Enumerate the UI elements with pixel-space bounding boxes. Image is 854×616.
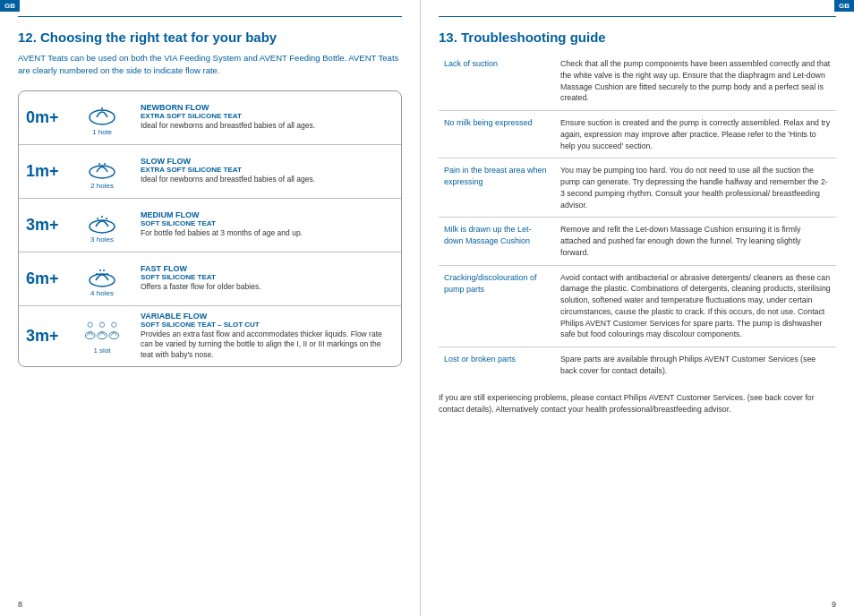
trouble-solution-4: Avoid contact with antibacterial or abra… [555,265,836,347]
section-intro: AVENT Teats can be used on both the VIA … [18,52,402,78]
trouble-issue-3: Milk is drawn up the Let-down Massage Cu… [439,218,555,265]
svg-point-11 [99,270,101,271]
teat-age-0m: 0m+ [26,108,71,127]
trouble-row-2: Pain in the breast area when expressing … [439,158,836,218]
page-right: GB 13. Troubleshooting guide Lack of suc… [421,0,854,616]
teat-table: 0m+ 1 hole NEWBORN FLOW EXTRA SOFT SILIC… [18,90,402,368]
teat-info-3m-medium: MEDIUM FLOW SOFT SILICONE TEAT For bottl… [133,210,394,239]
svg-point-6 [97,218,98,219]
page-number-left: 8 [18,600,22,609]
svg-point-7 [101,216,103,218]
teat-holes-3m-variable: 1 slot [93,346,110,355]
svg-point-1 [101,107,103,109]
svg-point-5 [90,220,115,233]
teat-row-1m: 1m+ 2 holes SLOW FLOW EXTRA SOFT SILICON… [19,145,401,199]
teat-row-0m: 0m+ 1 hole NEWBORN FLOW EXTRA SOFT SILIC… [19,91,401,145]
svg-point-4 [104,163,106,165]
divider-left [18,16,402,17]
trouble-issue-2: Pain in the breast area when expressing [439,158,555,218]
svg-point-18 [99,322,104,327]
trouble-issue-5: Lost or broken parts [439,347,555,383]
trouble-solution-0: Check that all the pump components have … [555,52,836,111]
trouble-solution-1: Ensure suction is created and the pump i… [555,111,836,158]
divider-right [439,16,836,17]
teat-age-6m: 6m+ [26,270,71,288]
svg-point-3 [98,163,100,165]
svg-point-10 [96,273,98,275]
trouble-solution-3: Remove and refit the Let-down Massage Cu… [555,218,836,265]
teat-info-3m-variable: VARIABLE FLOW SOFT SILICONE TEAT – SLOT … [133,312,394,362]
trouble-issue-1: No milk being expressed [439,111,555,158]
trouble-table: Lack of suction Check that all the pump … [439,52,836,383]
trouble-row-1: No milk being expressed Ensure suction i… [439,111,836,158]
teat-row-6m: 6m+ 4 holes FAST FLOW SOFT SILICONE TEAT… [19,252,401,306]
section-title-right: 13. Troubleshooting guide [439,30,836,45]
trouble-issue-0: Lack of suction [439,52,555,111]
page-number-right: 9 [832,600,836,609]
teat-icon-6m: 4 holes [71,261,133,297]
page-left: GB 12. Choosing the right teat for your … [0,0,421,616]
gb-badge-left: GB [0,0,20,12]
teat-age-3m-medium: 3m+ [26,216,71,235]
svg-point-19 [112,322,116,327]
teat-age-3m-variable: 3m+ [26,327,71,346]
section-title-left: 12. Choosing the right teat for your bab… [18,30,402,45]
trouble-row-4: Cracking/discolouration of pump parts Av… [439,265,836,347]
trouble-row-0: Lack of suction Check that all the pump … [439,52,836,111]
teat-holes-0m: 1 hole [92,128,112,136]
gb-badge-right: GB [834,0,854,12]
teat-holes-6m: 4 holes [90,289,114,297]
trouble-row-5: Lost or broken parts Spare parts are ava… [439,347,836,383]
footer-note: If you are still experiencing problems, … [439,392,836,415]
teat-icon-3m-variable: 1 slot [71,318,133,355]
teat-row-3m-medium: 3m+ 3 holes MEDIUM FLOW SOFT SILICONE TE… [19,199,401,252]
svg-point-13 [107,273,108,275]
teat-icon-3m-medium: 3 holes [71,207,133,244]
teat-info-1m: SLOW FLOW EXTRA SOFT SILICONE TEAT Ideal… [133,157,394,185]
trouble-solution-2: You may be pumping too hard. You do not … [555,158,836,218]
trouble-solution-5: Spare parts are available through Philip… [555,347,836,383]
trouble-issue-4: Cracking/discolouration of pump parts [439,265,555,347]
teat-age-1m: 1m+ [26,162,71,181]
teat-row-3m-variable: 3m+ 1 slot VARIABLE FLOW SO [19,306,401,367]
teat-holes-3m-medium: 3 holes [90,235,114,244]
svg-point-8 [106,218,107,219]
teat-holes-1m: 2 holes [90,182,114,190]
teat-icon-0m: 1 hole [71,99,133,136]
svg-point-12 [103,270,105,271]
teat-info-6m: FAST FLOW SOFT SILICONE TEAT Offers a fa… [133,264,394,293]
svg-point-9 [90,274,115,287]
teat-icon-1m: 2 holes [71,153,133,190]
teat-info-0m: NEWBORN FLOW EXTRA SOFT SILICONE TEAT Id… [133,103,394,132]
trouble-row-3: Milk is drawn up the Let-down Massage Cu… [439,218,836,265]
svg-point-17 [88,322,92,327]
